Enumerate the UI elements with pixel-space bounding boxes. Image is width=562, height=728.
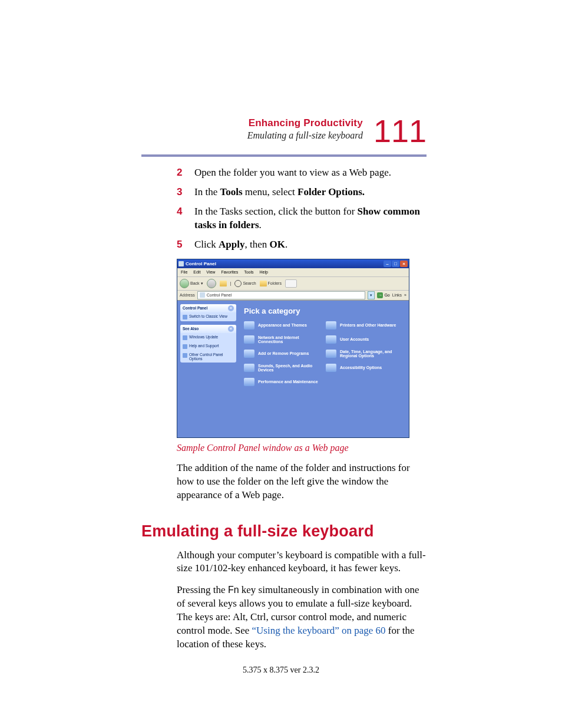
options-icon <box>183 353 187 358</box>
step-number: 2 <box>177 166 186 180</box>
paragraph: Pressing the Fn key simultaneously in co… <box>177 584 427 651</box>
network-icon <box>244 335 254 344</box>
sidebar-item-switch-view[interactable]: Switch to Classic View <box>180 312 236 321</box>
page-footer: 5.375 x 8.375 ver 2.3.2 <box>0 666 562 675</box>
sidebar: Control Panel« Switch to Classic View Se… <box>177 301 239 437</box>
sidebar-see-also-box: See Also« Windows Update Help and Suppor… <box>180 325 236 363</box>
sidebar-box-title: Control Panel <box>183 306 207 310</box>
addremove-icon <box>244 350 254 358</box>
minimize-button[interactable]: – <box>384 261 391 267</box>
sidebar-control-panel-box: Control Panel« Switch to Classic View <box>180 304 236 321</box>
paragraph: The addition of the name of the folder a… <box>177 462 427 502</box>
main-panel: Pick a category Appearance and Themes Pr… <box>239 301 409 437</box>
menu-tools[interactable]: Tools <box>244 270 253 274</box>
step-number: 5 <box>177 238 186 252</box>
step-text: In the Tasks section, click the button f… <box>194 205 427 232</box>
links-chevron-icon[interactable]: » <box>404 293 406 297</box>
up-button[interactable] <box>220 281 227 286</box>
menubar: File Edit View Favorites Tools Help <box>177 268 409 277</box>
links-label[interactable]: Links <box>392 293 402 297</box>
main-heading: Pick a category <box>244 307 404 315</box>
control-panel-icon <box>178 261 184 266</box>
search-icon <box>234 280 242 287</box>
step-text: In the Tools menu, select Folder Options… <box>194 186 365 199</box>
header-section-title: Emulating a full-size keyboard <box>247 130 363 141</box>
back-icon <box>180 279 189 288</box>
page-header: Enhancing Productivity Emulating a full-… <box>247 115 427 147</box>
address-icon <box>200 292 205 298</box>
views-button[interactable] <box>285 279 297 288</box>
address-dropdown[interactable]: ▾ <box>368 291 375 299</box>
maximize-button[interactable]: □ <box>392 261 399 267</box>
step-text: Open the folder you want to view as a We… <box>194 166 391 180</box>
sidebar-item-windows-update[interactable]: Windows Update <box>180 333 236 342</box>
category-appearance[interactable]: Appearance and Themes <box>244 321 322 330</box>
address-label: Address <box>180 293 195 297</box>
figure-caption: Sample Control Panel window as a Web pag… <box>177 443 409 453</box>
figure-control-panel: Control Panel – □ × File Edit View Favor… <box>177 259 409 453</box>
switch-view-icon <box>183 315 187 319</box>
category-sounds[interactable]: Sounds, Speech, and Audio Devices <box>244 364 322 372</box>
help-icon <box>183 344 187 349</box>
datetime-icon <box>326 350 336 358</box>
menu-view[interactable]: View <box>206 270 215 274</box>
step-3: 3 In the Tools menu, select Folder Optio… <box>177 186 427 199</box>
menu-favorites[interactable]: Favorites <box>221 270 238 274</box>
category-addremove[interactable]: Add or Remove Programs <box>244 350 322 358</box>
category-users[interactable]: User Accounts <box>326 335 404 344</box>
category-network[interactable]: Network and Internet Connections <box>244 335 322 344</box>
printers-icon <box>326 321 336 330</box>
collapse-icon[interactable]: « <box>228 326 234 332</box>
address-field[interactable]: Control Panel <box>197 291 366 299</box>
accessibility-icon <box>326 364 336 372</box>
step-5: 5 Click Apply, then OK. <box>177 238 427 252</box>
users-icon <box>326 335 336 344</box>
category-accessibility[interactable]: Accessibility Options <box>326 364 404 372</box>
window-titlebar: Control Panel – □ × <box>177 259 409 268</box>
step-text: Click Apply, then OK. <box>194 238 287 252</box>
forward-button[interactable] <box>207 279 216 288</box>
window-title: Control Panel <box>186 261 216 266</box>
step-number: 4 <box>177 205 186 232</box>
addressbar: Address Control Panel ▾ →Go Links » <box>177 291 409 301</box>
go-button[interactable]: →Go <box>377 292 389 298</box>
menu-edit[interactable]: Edit <box>193 270 200 274</box>
category-printers[interactable]: Printers and Other Hardware <box>326 321 404 330</box>
collapse-icon[interactable]: « <box>228 305 234 311</box>
address-value: Control Panel <box>207 293 232 297</box>
back-button[interactable]: Back ▾ <box>180 279 203 288</box>
cross-reference-link[interactable]: “Using the keyboard” on page 60 <box>252 625 385 636</box>
go-icon: → <box>377 292 383 298</box>
sidebar-box-title: See Also <box>183 327 199 331</box>
sidebar-item-help[interactable]: Help and Support <box>180 342 236 351</box>
sidebar-item-other-options[interactable]: Other Control Panel Options <box>180 351 236 363</box>
section-heading: Emulating a full-size keyboard <box>141 522 427 541</box>
appearance-icon <box>244 321 254 330</box>
step-4: 4 In the Tasks section, click the button… <box>177 205 427 232</box>
step-2: 2 Open the folder you want to view as a … <box>177 166 427 180</box>
paragraph: Although your computer’s keyboard is com… <box>177 549 427 576</box>
close-button[interactable]: × <box>400 261 408 267</box>
menu-help[interactable]: Help <box>260 270 268 274</box>
fn-key: Fn <box>228 585 239 595</box>
toolbar: Back ▾ | Search Folders <box>177 277 409 291</box>
step-number: 3 <box>177 186 186 199</box>
search-button[interactable]: Search <box>234 280 256 287</box>
folders-icon <box>260 281 267 286</box>
performance-icon <box>244 378 254 386</box>
sounds-icon <box>244 364 254 372</box>
page-number: 111 <box>373 115 427 147</box>
folders-button[interactable]: Folders <box>260 281 282 286</box>
header-rule <box>141 154 427 157</box>
category-datetime[interactable]: Date, Time, Language, and Regional Optio… <box>326 350 404 358</box>
chapter-title: Enhancing Productivity <box>247 117 363 129</box>
category-performance[interactable]: Performance and Maintenance <box>244 378 322 386</box>
globe-icon <box>183 335 187 340</box>
menu-file[interactable]: File <box>181 270 187 274</box>
